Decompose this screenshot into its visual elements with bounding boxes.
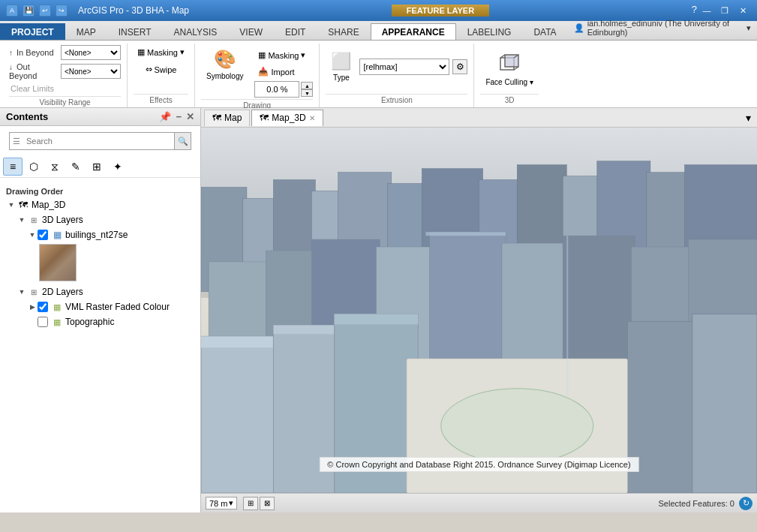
tab-appearance[interactable]: APPEARANCE [371, 23, 456, 40]
map-tab-map-label: Map [224, 113, 242, 123]
contents-pin-btn[interactable]: 📌 [159, 111, 171, 122]
masking-btn[interactable]: ▦ Masking ▾ [134, 45, 188, 59]
tree-item-buildings[interactable]: ▼ ▦ builings_nt27se [0, 227, 200, 242]
buildings-thumbnail [39, 244, 77, 281]
buildings-thumbnail-container [39, 244, 200, 281]
filter-view-btn[interactable]: ⧖ [45, 158, 65, 176]
svg-rect-36 [692, 314, 757, 493]
buildings-expand-arrow[interactable]: ▼ [27, 231, 38, 239]
2dlayers-expand-arrow[interactable]: ▼ [17, 288, 27, 296]
quick-access-redo[interactable]: ↪ [56, 5, 68, 17]
nav-forward-btn[interactable]: ⊠ [260, 497, 275, 510]
tree-item-2dlayers[interactable]: ▼ ⊞ 2D Layers [0, 284, 200, 299]
3dlayers-label: 3D Layers [42, 215, 83, 225]
nav-back-btn[interactable]: ⊞ [243, 497, 258, 510]
buildings-label: builings_nt27se [65, 230, 128, 240]
map-tab-map[interactable]: 🗺 Map [204, 110, 250, 126]
buildings-checkbox[interactable] [38, 230, 48, 240]
tree-item-vml[interactable]: ▶ ▦ VML Raster Faded Colour [0, 299, 200, 314]
extrusion-label: Extrusion [326, 94, 467, 106]
tab-insert[interactable]: INSERT [107, 23, 163, 40]
contents-unpin-btn[interactable]: − [176, 111, 182, 122]
user-expand-icon[interactable]: ▾ [746, 23, 751, 33]
pencil-view-btn[interactable]: ✎ [66, 158, 86, 176]
svg-rect-29 [201, 336, 278, 493]
vml-checkbox[interactable] [38, 302, 48, 312]
contents-panel: Contents 📌 − ✕ ☰ 🔍 ≡ ⬡ ⧖ ✎ ⊞ ✦ [0, 108, 201, 512]
cylinder-view-btn[interactable]: ⬡ [24, 158, 44, 176]
map-area: 🗺 Map 🗺 Map_3D ✕ ▾ [201, 108, 757, 512]
effects-label: Effects [134, 94, 188, 106]
vml-expand-arrow[interactable]: ▶ [27, 303, 38, 311]
extrusion-settings-btn[interactable]: ⚙ [452, 59, 467, 74]
tab-map[interactable]: MAP [65, 23, 107, 40]
svg-rect-48 [425, 232, 506, 236]
contents-toolbar: ≡ ⬡ ⧖ ✎ ⊞ ✦ [0, 156, 200, 178]
tree-item-map3d[interactable]: ▼ 🗺 Map_3D [0, 197, 200, 212]
map-tab-map3d-close[interactable]: ✕ [309, 114, 315, 122]
topographic-checkbox[interactable] [38, 317, 48, 327]
map-tab-map3d[interactable]: 🗺 Map_3D ✕ [251, 110, 323, 126]
topographic-icon: ▦ [50, 315, 64, 329]
selected-features-label: Selected Features: 0 [658, 499, 734, 508]
contents-tree: Drawing Order ▼ 🗺 Map_3D ▼ ⊞ 3D Layers ▼ [0, 178, 200, 512]
svg-rect-30 [201, 336, 278, 347]
svg-rect-32 [273, 325, 338, 334]
grid-view-btn[interactable]: ⊞ [87, 158, 107, 176]
search-box: ☰ 🔍 [9, 132, 191, 150]
face-culling-icon [497, 52, 521, 76]
list-view-btn[interactable]: ≡ [3, 158, 23, 176]
tab-project[interactable]: PROJECT [0, 23, 65, 40]
ribbon-group-extrusion: ⬜ Type [relhmax] ⚙ Extrusion [320, 44, 474, 107]
scale-chevron: ▾ [229, 498, 233, 508]
in-beyond-select[interactable]: <None> [61, 45, 121, 60]
type-btn[interactable]: ⬜ Type [326, 48, 356, 86]
map-tab-expand-btn[interactable]: ▾ [743, 110, 754, 125]
ribbon: ↑ In Beyond <None> ↓ Out Beyond <None> C… [0, 41, 757, 108]
map3d-icon: 🗺 [17, 198, 30, 212]
scale-dropdown[interactable]: 78 m ▾ [206, 497, 237, 509]
buildings-svg [201, 128, 757, 493]
3dlayers-expand-arrow[interactable]: ▼ [17, 216, 27, 224]
import-icon: 📥 [258, 67, 269, 77]
refresh-button[interactable]: ↻ [739, 497, 752, 510]
symbology-btn[interactable]: 🎨 Symbology [201, 45, 248, 84]
swipe-icon: ⇔ [146, 65, 152, 74]
tab-analysis[interactable]: ANALYSIS [163, 23, 229, 40]
ribbon-group-3d: Face Culling ▾ 3D [474, 44, 544, 107]
user-label: ian.holmes_edinuniv (The University of E… [587, 19, 743, 37]
ribbon-group-drawing: 🎨 Symbology ▦ Masking ▾ 📥 Import ▲ [195, 44, 320, 107]
search-button[interactable]: 🔍 [174, 133, 191, 149]
out-beyond-select[interactable]: <None> [61, 64, 121, 79]
tree-item-3dlayers[interactable]: ▼ ⊞ 3D Layers [0, 212, 200, 227]
quick-access-undo[interactable]: ↩ [39, 5, 51, 17]
quick-access-save[interactable]: 💾 [23, 5, 35, 17]
pct-down-btn[interactable]: ▼ [301, 89, 313, 97]
tab-data[interactable]: DATA [522, 23, 567, 40]
app-icon: A [6, 5, 18, 17]
vml-label: VML Raster Faded Colour [65, 302, 170, 312]
in-beyond-row: ↑ In Beyond <None> [9, 45, 121, 60]
topographic-label: Topographic [65, 317, 114, 327]
tab-share[interactable]: SHARE [317, 23, 370, 40]
tree-item-topographic[interactable]: ▦ Topographic [0, 314, 200, 329]
pct-up-btn[interactable]: ▲ [301, 82, 313, 89]
contents-close-btn[interactable]: ✕ [186, 111, 194, 122]
tab-view[interactable]: VIEW [228, 23, 274, 40]
tab-edit[interactable]: EDIT [274, 23, 317, 40]
masking2-btn[interactable]: ▦ Masking ▾ [254, 48, 313, 62]
2dlayers-label: 2D Layers [42, 287, 83, 297]
tab-labeling[interactable]: LABELING [456, 23, 523, 40]
swipe-btn[interactable]: ⇔ Swipe [142, 62, 181, 77]
pct-input[interactable] [254, 81, 299, 98]
map-viewport[interactable]: Salisbury Crags South side [201, 128, 757, 493]
search-input[interactable] [23, 133, 174, 149]
paint-view-btn[interactable]: ✦ [108, 158, 128, 176]
import-btn[interactable]: 📥 Import [254, 65, 313, 79]
map-statusbar: 78 m ▾ ⊞ ⊠ Selected Features: 0 ↻ [201, 493, 757, 512]
map3d-expand-arrow[interactable]: ▼ [6, 201, 17, 209]
extrusion-value-select[interactable]: [relhmax] [359, 59, 449, 75]
clear-limits-btn[interactable]: Clear Limits [9, 83, 56, 95]
face-culling-btn[interactable]: Face Culling ▾ [480, 48, 538, 90]
out-beyond-label: ↓ Out Beyond [9, 62, 58, 80]
